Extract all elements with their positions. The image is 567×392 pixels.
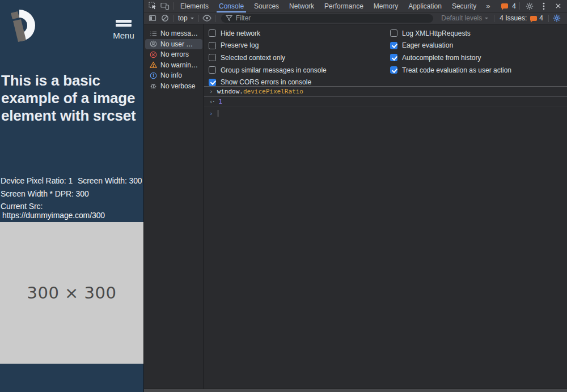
sidebar-item-label: No user … — [160, 40, 193, 48]
prompt-chevron-icon: › — [209, 110, 213, 117]
web-page: Menu This is a basic example of a image … — [0, 0, 143, 392]
setting-user-action-evaluation[interactable]: Treat code evaluation as user action — [390, 64, 511, 76]
live-expression-eye-icon[interactable] — [201, 12, 213, 24]
chevron-down-icon — [191, 18, 194, 21]
current-src-label: Current Src: — [1, 202, 143, 211]
user-icon — [150, 40, 157, 48]
list-icon — [150, 30, 157, 37]
checkbox — [209, 42, 216, 49]
tab-memory[interactable]: Memory — [369, 0, 403, 12]
placeholder-image: 300 × 300 — [0, 222, 143, 364]
console-settings-panel: Hide network Preserve log Selected conte… — [204, 24, 567, 87]
setting-hide-network[interactable]: Hide network — [209, 27, 327, 40]
setting-label: Treat code evaluation as user action — [402, 66, 511, 74]
hamburger-icon — [116, 19, 132, 28]
setting-autocomplete-history[interactable]: Autocomplete from history — [390, 52, 511, 64]
bug-icon — [150, 82, 157, 90]
issues-count: 4 — [539, 14, 543, 22]
divider — [173, 2, 174, 10]
command-property: devicePixelRatio — [243, 88, 303, 95]
console-sidebar: No messa… No user … No errors No warnin… — [144, 24, 204, 392]
tab-application[interactable]: Application — [403, 0, 447, 12]
clear-console-icon[interactable] — [159, 12, 171, 24]
divider — [548, 15, 549, 22]
srcset-stats: Device Pixel Ratio: 1 Screen Width: 300 … — [1, 176, 143, 220]
setting-selected-context-only[interactable]: Selected context only — [209, 52, 327, 64]
setting-label: Group similar messages in console — [221, 66, 327, 74]
sidebar-item-verbose[interactable]: No verbose — [145, 81, 202, 92]
divider — [173, 15, 174, 22]
setting-label: Log XMLHttpRequests — [402, 29, 471, 37]
setting-log-xhr[interactable]: Log XMLHttpRequests — [390, 27, 511, 40]
setting-label: Hide network — [221, 29, 260, 37]
command-object: window. — [217, 88, 243, 95]
setting-eager-evaluation[interactable]: Eager evaluation — [390, 40, 511, 52]
issues-icon[interactable] — [501, 3, 508, 8]
console-result-row: ‹· 1 — [204, 97, 567, 107]
funnel-icon — [226, 15, 232, 22]
checkbox — [209, 29, 216, 37]
device-toolbar-icon[interactable] — [159, 1, 171, 12]
warning-icon — [150, 61, 157, 69]
screen-width-value: Screen Width: 300 — [78, 176, 142, 186]
more-tabs-icon[interactable]: » — [481, 2, 494, 10]
kebab-menu-icon[interactable] — [538, 1, 550, 12]
setting-label: Autocomplete from history — [402, 54, 481, 62]
setting-show-cors-errors[interactable]: Show CORS errors in console — [209, 76, 327, 88]
divider — [198, 15, 199, 22]
chevron-down-icon — [485, 18, 488, 21]
info-icon — [150, 72, 157, 79]
sidebar-item-info[interactable]: No info — [145, 70, 202, 81]
tab-performance[interactable]: Performance — [319, 0, 369, 12]
divider — [519, 2, 520, 10]
result-value: 1 — [218, 98, 222, 105]
tab-network[interactable]: Network — [284, 0, 319, 12]
issues-count: 4 — [512, 2, 516, 10]
dummyimage-logo — [7, 7, 40, 44]
sidebar-item-label: No info — [160, 71, 182, 79]
width-dpr-value: Screen Width * DPR: 300 — [1, 189, 143, 199]
divider — [494, 15, 494, 22]
sidebar-item-errors[interactable]: No errors — [145, 49, 202, 60]
filter-input[interactable] — [236, 14, 429, 22]
tab-security[interactable]: Security — [447, 0, 481, 12]
tab-sources[interactable]: Sources — [249, 0, 284, 12]
sidebar-item-user-messages[interactable]: No user … — [145, 39, 202, 50]
setting-group-similar[interactable]: Group similar messages in console — [209, 64, 327, 76]
issues-summary[interactable]: 4 Issues: 4 — [496, 14, 547, 22]
inspect-element-icon[interactable] — [146, 1, 159, 12]
sidebar-item-warnings[interactable]: No warnin… — [145, 60, 202, 71]
setting-preserve-log[interactable]: Preserve log — [209, 40, 327, 52]
console-body: No messa… No user … No errors No warnin… — [144, 24, 567, 392]
log-levels-value: Default levels — [441, 14, 482, 22]
context-selector[interactable]: top — [175, 14, 197, 22]
console-main: Hide network Preserve log Selected conte… — [204, 24, 567, 392]
console-sidebar-icon[interactable] — [146, 12, 159, 24]
issues-icon — [530, 16, 537, 21]
console-settings-gear-icon[interactable] — [551, 12, 563, 24]
device-pixel-ratio-value: Device Pixel Ratio: 1 — [1, 176, 73, 186]
setting-label: Preserve log — [221, 41, 259, 49]
setting-label: Eager evaluation — [402, 41, 453, 49]
devtools-tabbar: Elements Console Sources Network Perform… — [144, 0, 567, 12]
checkbox — [390, 29, 397, 37]
issues-label: 4 Issues: — [500, 14, 527, 22]
tab-console[interactable]: Console — [214, 0, 249, 12]
setting-label: Selected context only — [221, 54, 285, 62]
setting-label: Show CORS errors in console — [221, 78, 311, 86]
context-selector-value: top — [178, 14, 188, 22]
close-icon[interactable] — [552, 1, 564, 12]
tab-elements[interactable]: Elements — [175, 0, 214, 12]
console-prompt[interactable]: › — [204, 108, 567, 119]
settings-gear-icon[interactable] — [523, 1, 536, 12]
filter-box[interactable] — [221, 14, 434, 23]
checkbox — [209, 54, 216, 61]
current-src-url: https://dummyimage.com/300 — [1, 211, 143, 220]
log-levels-dropdown[interactable]: Default levels — [437, 14, 492, 22]
page-title: This is a basic example of a image eleme… — [1, 72, 143, 125]
menu-button[interactable]: Menu — [111, 19, 136, 40]
text-cursor — [218, 110, 218, 117]
devtools-panel: Elements Console Sources Network Perform… — [143, 0, 567, 392]
sidebar-item-messages[interactable]: No messa… — [145, 28, 202, 39]
sidebar-item-label: No messa… — [160, 29, 198, 37]
